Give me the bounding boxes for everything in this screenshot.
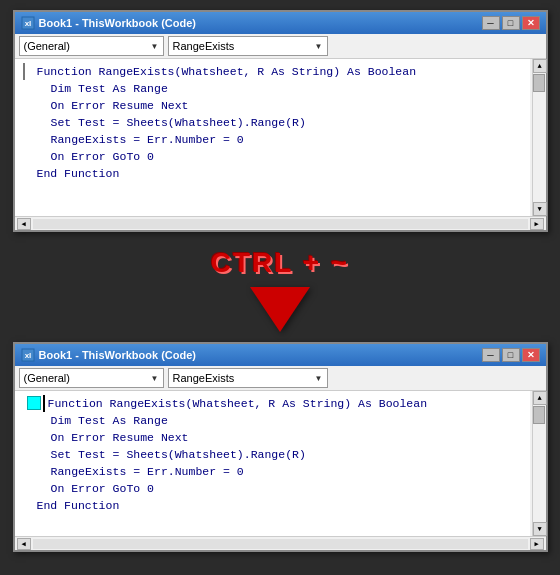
- middle-section: CTRL + ~: [211, 232, 349, 342]
- scrollbar-h-1: ◀ ▶: [15, 216, 546, 230]
- code-line-1-6: On Error GoTo 0: [23, 148, 522, 165]
- code-line-2-4: Set Test = Sheets(Whatsheet).Range(R): [23, 446, 522, 463]
- code-line-2-5: RangeExists = Err.Number = 0: [23, 463, 522, 480]
- scroll-down-2[interactable]: ▼: [533, 522, 547, 536]
- scroll-right-1[interactable]: ▶: [530, 218, 544, 230]
- scroll-up-2[interactable]: ▲: [533, 391, 547, 405]
- cyan-square: [27, 396, 41, 410]
- window1: xl Book1 - ThisWorkbook (Code) ─ □ ✕ (Ge…: [13, 10, 548, 232]
- close-button-1[interactable]: ✕: [522, 16, 540, 30]
- app-icon-2: xl: [21, 348, 35, 362]
- code-container-1: Function RangeExists(Whatsheet, R As Str…: [15, 59, 546, 216]
- general-dropdown-2[interactable]: (General) ▼: [19, 368, 164, 388]
- scroll-thumb-v-2: [533, 406, 545, 424]
- line-indicator-1: [23, 63, 25, 80]
- scrollbar-v-2[interactable]: ▲ ▼: [532, 391, 546, 536]
- code-line-1-1: Function RangeExists(Whatsheet, R As Str…: [23, 63, 522, 80]
- dropdown-arrow-left-2: ▼: [151, 374, 159, 383]
- minimize-button-2[interactable]: ─: [482, 348, 500, 362]
- title-bar-left-1: xl Book1 - ThisWorkbook (Code): [21, 16, 196, 30]
- code-area-2: Function RangeExists(Whatsheet, R As Str…: [15, 391, 530, 536]
- svg-text:xl: xl: [24, 351, 31, 360]
- title-text-1: Book1 - ThisWorkbook (Code): [39, 17, 196, 29]
- code-line-1-5: RangeExists = Err.Number = 0: [23, 131, 522, 148]
- scroll-up-1[interactable]: ▲: [533, 59, 547, 73]
- dropdown-arrow-right-2: ▼: [315, 374, 323, 383]
- window2: xl Book1 - ThisWorkbook (Code) ─ □ ✕ (Ge…: [13, 342, 548, 552]
- rangeexists-dropdown-1[interactable]: RangeExists ▼: [168, 36, 328, 56]
- scroll-down-1[interactable]: ▼: [533, 202, 547, 216]
- code-line-2-6: On Error GoTo 0: [23, 480, 522, 497]
- title-bar-2: xl Book1 - ThisWorkbook (Code) ─ □ ✕: [15, 344, 546, 366]
- code-padding-2: [23, 514, 522, 532]
- maximize-button-2[interactable]: □: [502, 348, 520, 362]
- toolbar-1: (General) ▼ RangeExists ▼: [15, 34, 546, 59]
- scroll-thumb-v-1: [533, 74, 545, 92]
- shortcut-label: CTRL + ~: [211, 247, 349, 279]
- scroll-track-1: [533, 93, 546, 202]
- app-icon-1: xl: [21, 16, 35, 30]
- dropdown-arrow-right-1: ▼: [315, 42, 323, 51]
- code-line-1-7: End Function: [23, 165, 522, 182]
- code-line-2-7: End Function: [23, 497, 522, 514]
- scroll-left-2[interactable]: ◀: [17, 538, 31, 550]
- code-line-2-3: On Error Resume Next: [23, 429, 522, 446]
- toolbar-2: (General) ▼ RangeExists ▼: [15, 366, 546, 391]
- title-bar-left-2: xl Book1 - ThisWorkbook (Code): [21, 348, 196, 362]
- code-line-2-2: Dim Test As Range: [23, 412, 522, 429]
- rangeexists-dropdown-2[interactable]: RangeExists ▼: [168, 368, 328, 388]
- win-controls-1: ─ □ ✕: [482, 16, 540, 30]
- close-button-2[interactable]: ✕: [522, 348, 540, 362]
- code-wrapper-2: Function RangeExists(Whatsheet, R As Str…: [15, 391, 546, 536]
- scrollbar-h-2: ◀ ▶: [15, 536, 546, 550]
- down-arrow-icon: [250, 287, 310, 332]
- scrollbar-v-1[interactable]: ▲ ▼: [532, 59, 546, 216]
- cursor-bar-2: [43, 395, 45, 412]
- code-padding-1: [23, 182, 522, 212]
- code-line-2-indicator-row: Function RangeExists(Whatsheet, R As Str…: [23, 395, 522, 412]
- scroll-right-2[interactable]: ▶: [530, 538, 544, 550]
- scroll-track-h-1: [33, 219, 528, 229]
- title-bar-1: xl Book1 - ThisWorkbook (Code) ─ □ ✕: [15, 12, 546, 34]
- scroll-left-1[interactable]: ◀: [17, 218, 31, 230]
- maximize-button-1[interactable]: □: [502, 16, 520, 30]
- svg-text:xl: xl: [24, 19, 31, 28]
- win-controls-2: ─ □ ✕: [482, 348, 540, 362]
- title-text-2: Book1 - ThisWorkbook (Code): [39, 349, 196, 361]
- general-dropdown-1[interactable]: (General) ▼: [19, 36, 164, 56]
- code-area-1: Function RangeExists(Whatsheet, R As Str…: [15, 59, 530, 216]
- code-line-1-3: On Error Resume Next: [23, 97, 522, 114]
- code-line-1-2: Dim Test As Range: [23, 80, 522, 97]
- code-wrapper-1: Function RangeExists(Whatsheet, R As Str…: [15, 59, 546, 216]
- minimize-button-1[interactable]: ─: [482, 16, 500, 30]
- code-line-2-1: Function RangeExists(Whatsheet, R As Str…: [48, 395, 428, 412]
- code-container-2: Function RangeExists(Whatsheet, R As Str…: [15, 391, 546, 536]
- dropdown-arrow-left-1: ▼: [151, 42, 159, 51]
- scroll-track-2: [533, 425, 546, 522]
- code-line-1-4: Set Test = Sheets(Whatsheet).Range(R): [23, 114, 522, 131]
- scroll-track-h-2: [33, 539, 528, 549]
